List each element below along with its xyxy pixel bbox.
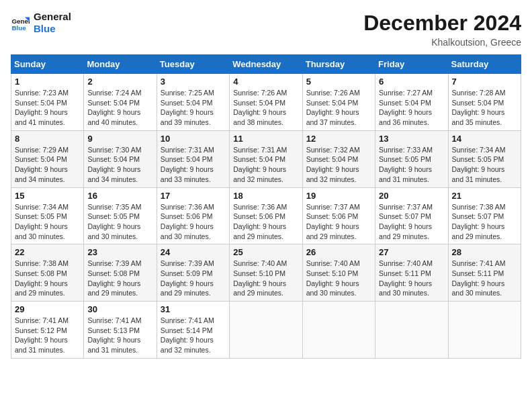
calendar-day-cell: 23Sunrise: 7:39 AMSunset: 5:08 PMDayligh… — [84, 244, 157, 302]
day-info: Sunrise: 7:37 AMSunset: 5:06 PMDaylight:… — [306, 202, 371, 242]
day-number: 22 — [15, 247, 80, 257]
title-section: December 2024 Khalkoutsion, Greece — [363, 11, 521, 48]
day-info: Sunrise: 7:27 AMSunset: 5:04 PMDaylight:… — [379, 88, 444, 128]
calendar-day-cell: 16Sunrise: 7:35 AMSunset: 5:05 PMDayligh… — [84, 187, 157, 244]
day-number: 4 — [233, 77, 298, 87]
calendar-day-cell: 22Sunrise: 7:38 AMSunset: 5:08 PMDayligh… — [11, 244, 84, 302]
calendar-day-cell: 17Sunrise: 7:36 AMSunset: 5:06 PMDayligh… — [157, 187, 229, 244]
logo-line2: Blue — [34, 23, 71, 35]
day-info: Sunrise: 7:38 AMSunset: 5:08 PMDaylight:… — [15, 259, 80, 298]
day-info: Sunrise: 7:32 AMSunset: 5:04 PMDaylight:… — [306, 145, 371, 185]
day-info: Sunrise: 7:33 AMSunset: 5:05 PMDaylight:… — [379, 145, 444, 185]
day-number: 15 — [15, 191, 80, 201]
calendar-day-cell — [448, 302, 521, 359]
day-number: 13 — [379, 134, 444, 144]
calendar-day-cell: 14Sunrise: 7:34 AMSunset: 5:05 PMDayligh… — [448, 130, 521, 187]
calendar-day-cell: 26Sunrise: 7:40 AMSunset: 5:10 PMDayligh… — [302, 244, 375, 302]
day-info: Sunrise: 7:34 AMSunset: 5:05 PMDaylight:… — [452, 145, 517, 185]
day-info: Sunrise: 7:36 AMSunset: 5:06 PMDaylight:… — [233, 202, 298, 242]
day-info: Sunrise: 7:39 AMSunset: 5:08 PMDaylight:… — [87, 259, 152, 298]
day-info: Sunrise: 7:36 AMSunset: 5:06 PMDaylight:… — [161, 202, 226, 242]
day-info: Sunrise: 7:31 AMSunset: 5:04 PMDaylight:… — [161, 145, 226, 185]
calendar-day-cell: 24Sunrise: 7:39 AMSunset: 5:09 PMDayligh… — [157, 244, 229, 302]
day-number: 25 — [233, 247, 298, 257]
calendar-day-header: Saturday — [448, 55, 521, 74]
calendar-day-cell: 8Sunrise: 7:29 AMSunset: 5:04 PMDaylight… — [11, 130, 84, 187]
calendar-day-cell: 4Sunrise: 7:26 AMSunset: 5:04 PMDaylight… — [230, 74, 302, 131]
calendar-day-cell: 29Sunrise: 7:41 AMSunset: 5:12 PMDayligh… — [11, 302, 84, 359]
day-number: 12 — [306, 134, 371, 144]
day-info: Sunrise: 7:37 AMSunset: 5:07 PMDaylight:… — [379, 202, 444, 242]
calendar-week-row: 1Sunrise: 7:23 AMSunset: 5:04 PMDaylight… — [11, 74, 521, 131]
day-number: 20 — [379, 191, 444, 201]
logo-icon: General Blue — [11, 13, 30, 32]
svg-text:Blue: Blue — [11, 24, 26, 32]
day-number: 8 — [15, 134, 80, 144]
calendar-day-cell: 5Sunrise: 7:26 AMSunset: 5:04 PMDaylight… — [302, 74, 375, 131]
page-header: General Blue General Blue December 2024 … — [11, 11, 521, 48]
calendar-week-row: 22Sunrise: 7:38 AMSunset: 5:08 PMDayligh… — [11, 244, 521, 302]
day-info: Sunrise: 7:24 AMSunset: 5:04 PMDaylight:… — [87, 88, 152, 128]
calendar-day-cell: 12Sunrise: 7:32 AMSunset: 5:04 PMDayligh… — [302, 130, 375, 187]
calendar-day-header: Monday — [84, 55, 157, 74]
calendar-week-row: 29Sunrise: 7:41 AMSunset: 5:12 PMDayligh… — [11, 302, 521, 359]
calendar-day-header: Thursday — [302, 55, 375, 74]
calendar-day-cell: 11Sunrise: 7:31 AMSunset: 5:04 PMDayligh… — [230, 130, 302, 187]
day-info: Sunrise: 7:35 AMSunset: 5:05 PMDaylight:… — [87, 202, 152, 242]
calendar-day-cell: 19Sunrise: 7:37 AMSunset: 5:06 PMDayligh… — [302, 187, 375, 244]
day-info: Sunrise: 7:40 AMSunset: 5:10 PMDaylight:… — [233, 259, 298, 298]
day-number: 18 — [233, 191, 298, 201]
day-info: Sunrise: 7:28 AMSunset: 5:04 PMDaylight:… — [452, 88, 517, 128]
calendar-day-cell: 30Sunrise: 7:41 AMSunset: 5:13 PMDayligh… — [84, 302, 157, 359]
calendar-table: SundayMondayTuesdayWednesdayThursdayFrid… — [11, 54, 521, 359]
calendar-day-cell: 31Sunrise: 7:41 AMSunset: 5:14 PMDayligh… — [157, 302, 229, 359]
day-info: Sunrise: 7:41 AMSunset: 5:11 PMDaylight:… — [452, 259, 517, 298]
calendar-day-cell: 28Sunrise: 7:41 AMSunset: 5:11 PMDayligh… — [448, 244, 521, 302]
day-number: 3 — [161, 77, 226, 87]
day-info: Sunrise: 7:30 AMSunset: 5:04 PMDaylight:… — [87, 145, 152, 185]
day-info: Sunrise: 7:26 AMSunset: 5:04 PMDaylight:… — [306, 88, 371, 128]
day-info: Sunrise: 7:25 AMSunset: 5:04 PMDaylight:… — [161, 88, 226, 128]
day-number: 14 — [452, 134, 517, 144]
day-number: 11 — [233, 134, 298, 144]
day-info: Sunrise: 7:40 AMSunset: 5:11 PMDaylight:… — [379, 259, 444, 298]
page-subtitle: Khalkoutsion, Greece — [363, 37, 521, 48]
day-info: Sunrise: 7:41 AMSunset: 5:14 PMDaylight:… — [161, 316, 226, 355]
day-number: 9 — [87, 134, 152, 144]
day-number: 19 — [306, 191, 371, 201]
calendar-day-cell: 2Sunrise: 7:24 AMSunset: 5:04 PMDaylight… — [84, 74, 157, 131]
day-number: 16 — [87, 191, 152, 201]
day-info: Sunrise: 7:41 AMSunset: 5:13 PMDaylight:… — [87, 316, 152, 355]
day-number: 21 — [452, 191, 517, 201]
calendar-day-cell: 13Sunrise: 7:33 AMSunset: 5:05 PMDayligh… — [375, 130, 448, 187]
day-info: Sunrise: 7:41 AMSunset: 5:12 PMDaylight:… — [15, 316, 80, 355]
calendar-day-cell: 20Sunrise: 7:37 AMSunset: 5:07 PMDayligh… — [375, 187, 448, 244]
day-info: Sunrise: 7:29 AMSunset: 5:04 PMDaylight:… — [15, 145, 80, 185]
day-number: 10 — [161, 134, 226, 144]
day-info: Sunrise: 7:40 AMSunset: 5:10 PMDaylight:… — [306, 259, 371, 298]
calendar-day-header: Wednesday — [230, 55, 302, 74]
calendar-day-header: Friday — [375, 55, 448, 74]
calendar-week-row: 15Sunrise: 7:34 AMSunset: 5:05 PMDayligh… — [11, 187, 521, 244]
day-number: 31 — [161, 304, 226, 314]
day-number: 7 — [452, 77, 517, 87]
calendar-day-cell: 27Sunrise: 7:40 AMSunset: 5:11 PMDayligh… — [375, 244, 448, 302]
calendar-day-cell: 7Sunrise: 7:28 AMSunset: 5:04 PMDaylight… — [448, 74, 521, 131]
calendar-day-cell: 1Sunrise: 7:23 AMSunset: 5:04 PMDaylight… — [11, 74, 84, 131]
day-info: Sunrise: 7:31 AMSunset: 5:04 PMDaylight:… — [233, 145, 298, 185]
day-number: 1 — [15, 77, 80, 87]
day-info: Sunrise: 7:23 AMSunset: 5:04 PMDaylight:… — [15, 88, 80, 128]
page-title: December 2024 — [363, 11, 521, 36]
day-info: Sunrise: 7:34 AMSunset: 5:05 PMDaylight:… — [15, 202, 80, 242]
calendar-day-cell: 10Sunrise: 7:31 AMSunset: 5:04 PMDayligh… — [157, 130, 229, 187]
day-info: Sunrise: 7:38 AMSunset: 5:07 PMDaylight:… — [452, 202, 517, 242]
day-number: 27 — [379, 247, 444, 257]
day-info: Sunrise: 7:39 AMSunset: 5:09 PMDaylight:… — [161, 259, 226, 298]
calendar-day-cell: 25Sunrise: 7:40 AMSunset: 5:10 PMDayligh… — [230, 244, 302, 302]
day-number: 6 — [379, 77, 444, 87]
calendar-day-cell: 21Sunrise: 7:38 AMSunset: 5:07 PMDayligh… — [448, 187, 521, 244]
day-number: 5 — [306, 77, 371, 87]
calendar-day-cell: 15Sunrise: 7:34 AMSunset: 5:05 PMDayligh… — [11, 187, 84, 244]
calendar-day-cell — [302, 302, 375, 359]
calendar-day-cell — [230, 302, 302, 359]
